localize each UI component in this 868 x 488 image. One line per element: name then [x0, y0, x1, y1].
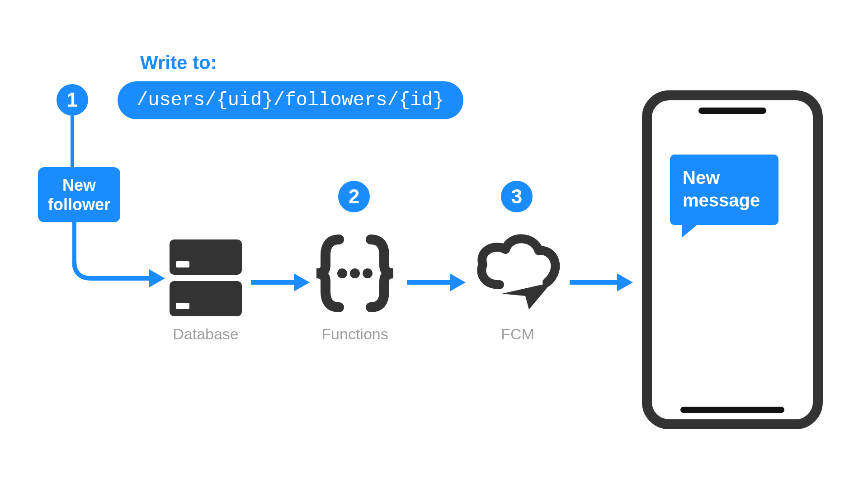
phone-device: New message: [642, 90, 823, 429]
phone-screen: New message: [656, 123, 808, 397]
fcm-label: FCM: [481, 325, 554, 343]
database-icon: [170, 239, 242, 316]
write-to-label: Write to:: [140, 52, 217, 74]
diagram-canvas: Write to: /users/{uid}/followers/{id} 1 …: [0, 0, 868, 488]
connector-line-vertical: [71, 116, 74, 167]
svg-point-7: [363, 268, 373, 278]
functions-label: Functions: [314, 325, 396, 343]
bubble-line2: message: [683, 189, 766, 211]
svg-rect-1: [176, 261, 189, 267]
arrow-right-icon: [407, 271, 466, 294]
bubble-line1: New: [683, 166, 766, 189]
arrow-curved-icon: [72, 221, 167, 293]
message-bubble: New message: [670, 155, 778, 225]
svg-rect-0: [170, 239, 242, 275]
svg-rect-3: [176, 303, 189, 309]
database-label: Database: [165, 325, 246, 343]
fcm-icon: [475, 230, 563, 316]
step-badge-2: 2: [338, 181, 370, 212]
svg-point-5: [337, 268, 347, 278]
step-badge-3: 3: [501, 181, 533, 212]
path-pill: /users/{uid}/followers/{id}: [118, 81, 463, 119]
functions-icon: [314, 230, 396, 316]
arrow-right-icon: [570, 271, 633, 294]
arrow-right-icon: [251, 271, 310, 294]
new-follower-line1: New: [48, 175, 110, 195]
step-badge-1: 1: [57, 84, 88, 116]
svg-rect-2: [170, 281, 242, 316]
new-follower-box: New follower: [38, 167, 120, 222]
svg-point-6: [350, 268, 360, 278]
new-follower-line2: follower: [48, 195, 110, 214]
